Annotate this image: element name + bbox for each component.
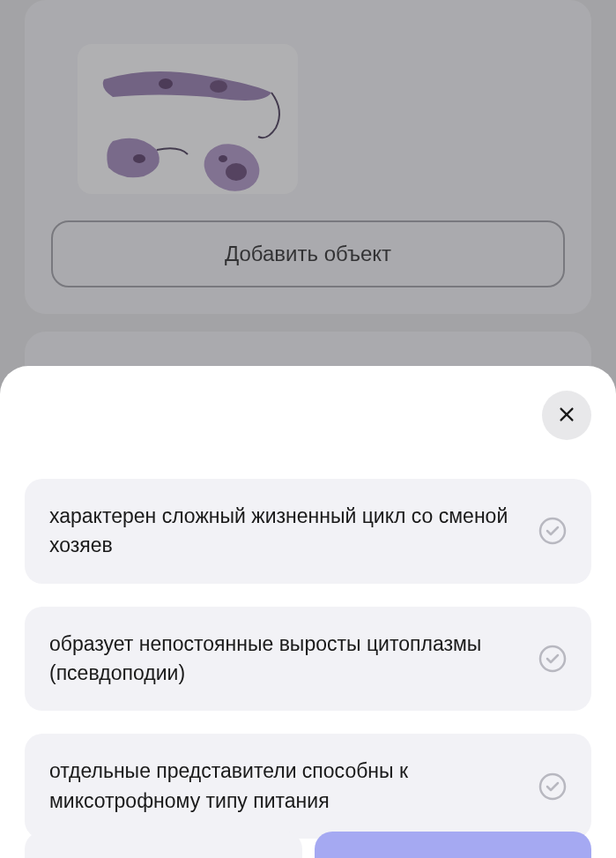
options-modal: характерен сложный жизненный цикл со сме…: [0, 366, 616, 858]
option-text: образует непостоянные выросты цитоплазмы…: [49, 630, 521, 689]
close-icon: [557, 405, 576, 427]
svg-point-9: [540, 646, 565, 671]
options-list: характерен сложный жизненный цикл со сме…: [25, 479, 591, 839]
svg-point-8: [540, 519, 565, 543]
check-circle-icon: [538, 645, 567, 673]
option-item[interactable]: характерен сложный жизненный цикл со сме…: [25, 479, 591, 584]
secondary-action-button[interactable]: [25, 832, 302, 858]
close-button[interactable]: [542, 391, 591, 440]
option-item[interactable]: образует непостоянные выросты цитоплазмы…: [25, 607, 591, 712]
option-text: отдельные представители способны к миксо…: [49, 757, 521, 816]
svg-point-10: [540, 774, 565, 799]
check-circle-icon: [538, 517, 567, 545]
option-text: характерен сложный жизненный цикл со сме…: [49, 502, 521, 561]
option-item[interactable]: отдельные представители способны к миксо…: [25, 734, 591, 839]
check-circle-icon: [538, 772, 567, 801]
modal-actions: [25, 832, 591, 858]
primary-action-button[interactable]: [315, 832, 592, 858]
